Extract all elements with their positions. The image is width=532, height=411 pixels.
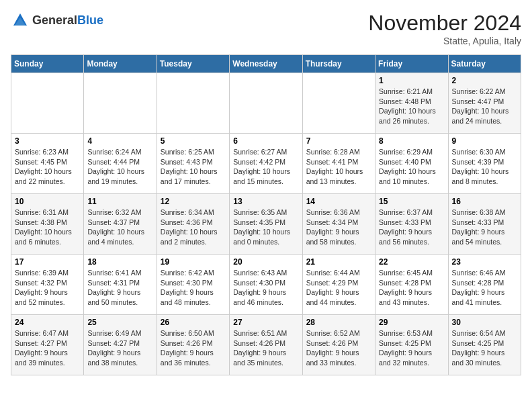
day-number: 8 [379,136,444,146]
day-number: 4 [87,136,152,146]
weekday-header-sunday: Sunday [11,55,84,73]
day-number: 6 [233,136,298,146]
calendar-cell: 14Sunrise: 6:36 AM Sunset: 4:34 PM Dayli… [302,194,375,255]
day-number: 14 [306,197,371,206]
calendar-cell: 7Sunrise: 6:28 AM Sunset: 4:41 PM Daylig… [302,134,375,194]
page-header: GeneralBlue November 2024 Statte, Apulia… [11,11,521,46]
day-number: 22 [379,257,444,267]
weekday-header-saturday: Saturday [448,55,521,73]
calendar-cell: 28Sunrise: 6:52 AM Sunset: 4:26 PM Dayli… [302,315,375,375]
day-info: Sunrise: 6:47 AM Sunset: 4:27 PM Dayligh… [15,328,80,368]
day-info: Sunrise: 6:38 AM Sunset: 4:33 PM Dayligh… [452,208,517,247]
calendar-cell: 20Sunrise: 6:43 AM Sunset: 4:30 PM Dayli… [230,255,302,315]
day-info: Sunrise: 6:21 AM Sunset: 4:48 PM Dayligh… [379,87,444,126]
day-number: 26 [161,318,226,327]
day-info: Sunrise: 6:39 AM Sunset: 4:32 PM Dayligh… [15,268,80,308]
calendar-cell [157,73,229,134]
day-info: Sunrise: 6:23 AM Sunset: 4:45 PM Dayligh… [15,147,80,187]
day-number: 9 [452,136,517,146]
week-row-5: 24Sunrise: 6:47 AM Sunset: 4:27 PM Dayli… [11,315,521,375]
day-number: 18 [87,257,152,267]
logo: GeneralBlue [11,11,103,30]
day-info: Sunrise: 6:54 AM Sunset: 4:25 PM Dayligh… [452,328,517,368]
calendar-title: November 2024 [368,11,521,36]
calendar-cell: 2Sunrise: 6:22 AM Sunset: 4:47 PM Daylig… [448,73,521,134]
calendar-cell: 6Sunrise: 6:27 AM Sunset: 4:42 PM Daylig… [230,134,302,194]
day-number: 16 [452,197,517,206]
day-number: 24 [15,318,80,327]
day-info: Sunrise: 6:36 AM Sunset: 4:34 PM Dayligh… [306,208,371,247]
day-info: Sunrise: 6:44 AM Sunset: 4:29 PM Dayligh… [306,268,371,308]
calendar-cell [84,73,157,134]
day-number: 2 [452,76,517,85]
calendar-cell: 25Sunrise: 6:49 AM Sunset: 4:27 PM Dayli… [84,315,157,375]
day-number: 13 [233,197,298,206]
day-info: Sunrise: 6:49 AM Sunset: 4:27 PM Dayligh… [87,328,152,368]
calendar-cell: 4Sunrise: 6:24 AM Sunset: 4:44 PM Daylig… [84,134,157,194]
day-number: 12 [161,197,226,206]
day-info: Sunrise: 6:25 AM Sunset: 4:43 PM Dayligh… [161,147,226,187]
day-info: Sunrise: 6:46 AM Sunset: 4:28 PM Dayligh… [452,268,517,308]
day-info: Sunrise: 6:50 AM Sunset: 4:26 PM Dayligh… [161,328,226,368]
calendar-cell [230,73,302,134]
weekday-header-thursday: Thursday [302,55,375,73]
calendar-cell: 19Sunrise: 6:42 AM Sunset: 4:30 PM Dayli… [157,255,229,315]
calendar-table: SundayMondayTuesdayWednesdayThursdayFrid… [11,54,521,375]
calendar-cell: 17Sunrise: 6:39 AM Sunset: 4:32 PM Dayli… [11,255,84,315]
weekday-header-monday: Monday [84,55,157,73]
day-info: Sunrise: 6:22 AM Sunset: 4:47 PM Dayligh… [452,87,517,126]
calendar-cell: 18Sunrise: 6:41 AM Sunset: 4:31 PM Dayli… [84,255,157,315]
day-number: 5 [161,136,226,146]
day-number: 20 [233,257,298,267]
day-number: 21 [306,257,371,267]
calendar-cell: 23Sunrise: 6:46 AM Sunset: 4:28 PM Dayli… [448,255,521,315]
week-row-1: 1Sunrise: 6:21 AM Sunset: 4:48 PM Daylig… [11,73,521,134]
logo-icon [11,11,30,30]
day-info: Sunrise: 6:24 AM Sunset: 4:44 PM Dayligh… [87,147,152,187]
day-number: 19 [161,257,226,267]
day-info: Sunrise: 6:34 AM Sunset: 4:36 PM Dayligh… [161,208,226,247]
day-info: Sunrise: 6:53 AM Sunset: 4:25 PM Dayligh… [379,328,444,368]
day-info: Sunrise: 6:29 AM Sunset: 4:40 PM Dayligh… [379,147,444,187]
day-info: Sunrise: 6:31 AM Sunset: 4:38 PM Dayligh… [15,208,80,247]
day-info: Sunrise: 6:30 AM Sunset: 4:39 PM Dayligh… [452,147,517,187]
day-number: 15 [379,197,444,206]
day-info: Sunrise: 6:41 AM Sunset: 4:31 PM Dayligh… [87,268,152,308]
day-number: 27 [233,318,298,327]
week-row-4: 17Sunrise: 6:39 AM Sunset: 4:32 PM Dayli… [11,255,521,315]
day-info: Sunrise: 6:27 AM Sunset: 4:42 PM Dayligh… [233,147,298,187]
calendar-cell: 10Sunrise: 6:31 AM Sunset: 4:38 PM Dayli… [11,194,84,255]
week-row-2: 3Sunrise: 6:23 AM Sunset: 4:45 PM Daylig… [11,134,521,194]
title-block: November 2024 Statte, Apulia, Italy [368,11,521,46]
logo-text-general: General [32,13,77,27]
day-info: Sunrise: 6:42 AM Sunset: 4:30 PM Dayligh… [161,268,226,308]
calendar-cell: 30Sunrise: 6:54 AM Sunset: 4:25 PM Dayli… [448,315,521,375]
calendar-cell: 22Sunrise: 6:45 AM Sunset: 4:28 PM Dayli… [375,255,448,315]
logo-text-blue: Blue [77,13,103,27]
day-number: 3 [15,136,80,146]
day-number: 11 [87,197,152,206]
calendar-cell: 21Sunrise: 6:44 AM Sunset: 4:29 PM Dayli… [302,255,375,315]
day-info: Sunrise: 6:37 AM Sunset: 4:33 PM Dayligh… [379,208,444,247]
day-info: Sunrise: 6:32 AM Sunset: 4:37 PM Dayligh… [87,208,152,247]
calendar-cell: 11Sunrise: 6:32 AM Sunset: 4:37 PM Dayli… [84,194,157,255]
day-number: 25 [87,318,152,327]
calendar-cell: 24Sunrise: 6:47 AM Sunset: 4:27 PM Dayli… [11,315,84,375]
day-info: Sunrise: 6:52 AM Sunset: 4:26 PM Dayligh… [306,328,371,368]
day-info: Sunrise: 6:45 AM Sunset: 4:28 PM Dayligh… [379,268,444,308]
calendar-cell: 3Sunrise: 6:23 AM Sunset: 4:45 PM Daylig… [11,134,84,194]
calendar-subtitle: Statte, Apulia, Italy [368,36,521,46]
calendar-cell: 15Sunrise: 6:37 AM Sunset: 4:33 PM Dayli… [375,194,448,255]
day-number: 1 [379,76,444,85]
day-number: 29 [379,318,444,327]
day-number: 30 [452,318,517,327]
day-info: Sunrise: 6:28 AM Sunset: 4:41 PM Dayligh… [306,147,371,187]
day-number: 10 [15,197,80,206]
week-row-3: 10Sunrise: 6:31 AM Sunset: 4:38 PM Dayli… [11,194,521,255]
calendar-cell [302,73,375,134]
weekday-header-tuesday: Tuesday [157,55,229,73]
calendar-cell: 27Sunrise: 6:51 AM Sunset: 4:26 PM Dayli… [230,315,302,375]
calendar-cell: 26Sunrise: 6:50 AM Sunset: 4:26 PM Dayli… [157,315,229,375]
day-number: 28 [306,318,371,327]
weekday-header-wednesday: Wednesday [230,55,302,73]
